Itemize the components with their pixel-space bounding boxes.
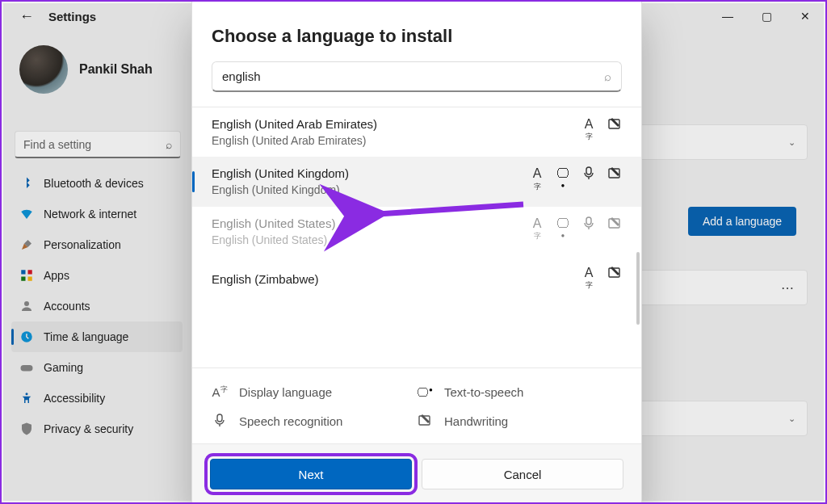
search-icon: ⌕ [166, 138, 172, 151]
feature-sr-icon [581, 216, 596, 246]
dialog-title: Choose a language to install [212, 26, 622, 47]
language-option[interactable]: English (Zimbabwe)A字 [192, 256, 641, 305]
sidebar-item-gaming[interactable]: Gaming [11, 352, 183, 383]
sidebar-item-apps[interactable]: Apps [11, 260, 183, 291]
svg-rect-14 [217, 414, 222, 422]
language-search-input[interactable]: english ⌕ [212, 61, 622, 92]
legend-display-language: A字Display language [212, 384, 417, 399]
svg-rect-3 [28, 277, 32, 281]
back-button[interactable]: ← [19, 8, 34, 25]
acc-icon [19, 391, 34, 405]
wifi-icon [19, 207, 34, 221]
dialog-footer: Next Cancel [192, 443, 641, 504]
cancel-button[interactable]: Cancel [422, 459, 623, 489]
legend-icon: A字 [212, 384, 228, 399]
feature-legend: A字Display language🖵●Text-to-speechSpeech… [192, 368, 641, 443]
profile-block[interactable]: Pankil Shah [19, 45, 153, 94]
sidebar-item-label: Accessibility [44, 392, 105, 405]
install-language-dialog: Choose a language to install english ⌕ E… [192, 2, 641, 504]
window-titlebar: — ▢ ✕ [709, 3, 824, 29]
svg-rect-6 [21, 365, 33, 372]
legend-icon [417, 414, 433, 429]
legend-handwriting: Handwriting [417, 414, 622, 429]
legend-label: Handwriting [444, 414, 508, 428]
chevron-down-icon: ⌄ [788, 414, 796, 424]
language-name: English (United Kingdom) [212, 166, 525, 180]
app-title: Settings [48, 10, 96, 23]
avatar [19, 45, 68, 94]
sidebar-nav: Bluetooth & devicesNetwork & internetPer… [11, 168, 183, 444]
brush-icon [19, 237, 34, 252]
legend-label: Speech recognition [239, 414, 342, 428]
feature-sr-icon [581, 166, 596, 196]
sidebar-item-privacy-security[interactable]: Privacy & security [11, 414, 183, 444]
game-icon [19, 360, 34, 375]
language-native: English (United States) [212, 233, 525, 246]
sidebar-item-bluetooth-devices[interactable]: Bluetooth & devices [11, 168, 183, 199]
legend-label: Text-to-speech [444, 385, 523, 399]
sidebar-item-network-internet[interactable]: Network & internet [11, 199, 183, 229]
feature-hw-icon [607, 117, 622, 147]
add-language-button[interactable]: Add a language [688, 207, 796, 236]
maximize-button[interactable]: ▢ [748, 3, 785, 29]
sidebar-item-time-language[interactable]: Time & language [11, 321, 183, 352]
feature-tts-icon: 🖵● [556, 166, 570, 196]
sidebar-item-label: Privacy & security [44, 422, 133, 435]
sidebar-item-label: Network & internet [44, 208, 136, 220]
language-name: English (United States) [212, 216, 525, 230]
sidebar-item-label: Accounts [44, 300, 90, 313]
apps-icon [19, 268, 34, 283]
svg-rect-9 [586, 167, 591, 174]
legend-icon [212, 414, 228, 429]
sidebar-item-accessibility[interactable]: Accessibility [11, 383, 183, 414]
legend-icon: 🖵● [417, 385, 433, 399]
feature-hw-icon [607, 166, 622, 196]
svg-rect-11 [586, 217, 591, 225]
next-button[interactable]: Next [210, 459, 412, 489]
svg-rect-2 [21, 277, 25, 281]
language-list: English (United Arab Emirates)English (U… [192, 107, 641, 368]
svg-rect-0 [21, 270, 25, 274]
bt-icon [19, 176, 34, 191]
sidebar-item-label: Apps [44, 269, 69, 282]
feature-a-icon: A字 [530, 216, 544, 246]
legend-text-to-speech: 🖵●Text-to-speech [417, 384, 622, 399]
find-setting-input[interactable]: Find a setting ⌕ [15, 131, 181, 158]
feature-a-icon: A字 [530, 166, 544, 196]
feature-a-icon: A字 [581, 266, 596, 296]
sidebar-item-accounts[interactable]: Accounts [11, 291, 183, 321]
sidebar-item-label: Personalization [44, 238, 121, 251]
language-name: English (Zimbabwe) [212, 272, 525, 286]
priv-icon [19, 422, 34, 436]
language-name: English (United Arab Emirates) [212, 117, 525, 131]
search-icon: ⌕ [604, 69, 611, 83]
legend-label: Display language [239, 385, 332, 399]
sidebar-item-label: Bluetooth & devices [44, 177, 144, 190]
language-option[interactable]: English (United Arab Emirates)English (U… [192, 107, 641, 157]
acct-icon [19, 299, 34, 313]
svg-rect-1 [28, 270, 32, 274]
close-button[interactable]: ✕ [787, 3, 824, 29]
sidebar-item-personalization[interactable]: Personalization [11, 229, 183, 260]
language-native: English (United Arab Emirates) [212, 134, 525, 147]
svg-point-4 [24, 301, 29, 306]
sidebar-item-label: Time & language [44, 330, 128, 343]
more-icon[interactable]: ⋯ [781, 280, 796, 296]
chevron-down-icon: ⌄ [788, 137, 796, 148]
feature-a-icon: A字 [581, 117, 596, 147]
search-value: english [222, 69, 261, 83]
feature-hw-icon [607, 266, 622, 296]
language-option: English (United States)English (United S… [192, 207, 641, 256]
minimize-button[interactable]: — [709, 3, 746, 29]
language-native: English (United Kingdom) [212, 183, 525, 196]
profile-name: Pankil Shah [79, 62, 153, 77]
feature-tts-icon: 🖵● [556, 216, 570, 246]
svg-point-7 [26, 393, 28, 395]
scrollbar-thumb[interactable] [636, 252, 640, 325]
sidebar-item-label: Gaming [44, 361, 83, 374]
time-icon [19, 330, 34, 344]
feature-hw-icon [607, 216, 622, 246]
legend-speech-recognition: Speech recognition [212, 414, 417, 429]
language-option[interactable]: English (United Kingdom)English (United … [192, 157, 641, 206]
find-placeholder: Find a setting [23, 138, 91, 151]
